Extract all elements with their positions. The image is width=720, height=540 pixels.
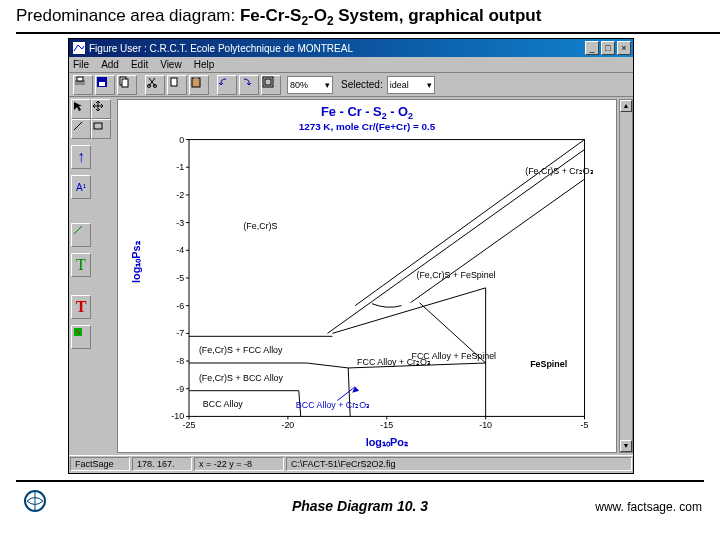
svg-line-66 <box>337 387 355 401</box>
copy-button[interactable] <box>117 75 137 95</box>
palette-rect[interactable] <box>91 119 111 139</box>
svg-text:-5: -5 <box>581 420 589 430</box>
svg-rect-4 <box>99 82 105 86</box>
palette-a1[interactable]: A¹ <box>71 175 91 199</box>
svg-text:FeSpinel: FeSpinel <box>530 359 567 369</box>
svg-rect-6 <box>122 79 128 87</box>
ideal-select[interactable]: ideal▾ <box>387 76 435 94</box>
svg-line-53 <box>327 149 584 333</box>
svg-text:-8: -8 <box>176 356 184 366</box>
svg-text:-6: -6 <box>176 301 184 311</box>
work-area: ↑ A¹ T T Fe - Cr - S2 - O2 1273 K, mole … <box>69 97 633 455</box>
svg-line-16 <box>74 226 82 234</box>
menu-file[interactable]: File <box>73 59 89 70</box>
svg-text:BCC Alloy + Cr₂O₃: BCC Alloy + Cr₂O₃ <box>296 400 370 410</box>
svg-line-54 <box>355 140 584 306</box>
palette: ↑ A¹ T T <box>71 99 113 349</box>
svg-line-61 <box>307 363 349 368</box>
minimize-button[interactable]: _ <box>585 41 599 55</box>
palette-shape[interactable] <box>71 325 91 349</box>
svg-rect-9 <box>171 78 177 86</box>
svg-text:-9: -9 <box>176 384 184 394</box>
palette-select[interactable] <box>71 99 91 119</box>
svg-text:-15: -15 <box>380 420 393 430</box>
svg-text:log₁₀Ps₂: log₁₀Ps₂ <box>130 241 142 283</box>
palette-move[interactable] <box>91 99 111 119</box>
svg-text:-5: -5 <box>176 273 184 283</box>
status-bar: FactSage 178. 167. x = -22 y = -8 C:\FAC… <box>69 455 633 473</box>
svg-text:(Fe,Cr)S + FeSpinel: (Fe,Cr)S + FeSpinel <box>416 270 495 280</box>
zoom-select[interactable]: 80%▾ <box>287 76 333 94</box>
svg-text:1273 K,  mole Cr/(Fe+Cr) = 0.5: 1273 K, mole Cr/(Fe+Cr) = 0.5 <box>299 121 436 132</box>
maximize-button[interactable]: □ <box>601 41 615 55</box>
status-path: C:\FACT-51\FeCrS2O2.fig <box>286 457 632 471</box>
palette-line[interactable] <box>71 119 91 139</box>
canvas[interactable]: Fe - Cr - S2 - O2 1273 K, mole Cr/(Fe+Cr… <box>117 99 617 453</box>
svg-rect-10 <box>192 78 200 87</box>
palette-text-green[interactable]: T <box>71 253 91 277</box>
svg-text:-25: -25 <box>183 420 196 430</box>
save-button[interactable] <box>95 75 115 95</box>
title-bar[interactable]: Figure User : C.R.C.T. Ecole Polytechniq… <box>69 39 633 57</box>
svg-line-55 <box>411 179 585 303</box>
svg-text:log₁₀Po₂: log₁₀Po₂ <box>366 436 408 448</box>
svg-text:-3: -3 <box>176 218 184 228</box>
svg-rect-13 <box>265 79 271 85</box>
status-coords1: 178. 167. <box>132 457 192 471</box>
palette-text-red[interactable]: T <box>71 295 91 319</box>
svg-text:0: 0 <box>179 135 184 145</box>
app-icon <box>72 41 86 55</box>
app-window: Figure User : C.R.C.T. Ecole Polytechniq… <box>68 38 634 474</box>
undo-button[interactable] <box>217 75 237 95</box>
svg-text:-4: -4 <box>176 245 184 255</box>
svg-text:-7: -7 <box>176 328 184 338</box>
copy2-button[interactable] <box>167 75 187 95</box>
close-button[interactable]: × <box>617 41 631 55</box>
palette-line2[interactable] <box>71 223 91 247</box>
svg-text:-10: -10 <box>479 420 492 430</box>
footer-url: www. factsage. com <box>595 500 702 514</box>
palette-arrow-up[interactable]: ↑ <box>71 145 91 169</box>
svg-text:-20: -20 <box>281 420 294 430</box>
frame-button[interactable] <box>261 75 281 95</box>
paste-button[interactable] <box>189 75 209 95</box>
svg-line-57 <box>332 288 485 333</box>
slide-title: Predominance area diagram: Fe-Cr-S2-O2 S… <box>16 6 720 34</box>
scroll-down-button[interactable]: ▼ <box>620 440 632 452</box>
cut-button[interactable] <box>145 75 165 95</box>
scroll-up-button[interactable]: ▲ <box>620 100 632 112</box>
svg-rect-2 <box>77 77 83 81</box>
status-xy: x = -22 y = -8 <box>194 457 284 471</box>
svg-line-14 <box>74 122 82 130</box>
redo-button[interactable] <box>239 75 259 95</box>
svg-text:-2: -2 <box>176 190 184 200</box>
menu-view[interactable]: View <box>160 59 182 70</box>
toolbar: 80%▾ Selected: ideal▾ <box>69 73 633 97</box>
svg-rect-15 <box>94 123 102 129</box>
vertical-scrollbar[interactable]: ▲ ▼ <box>619 99 633 453</box>
svg-text:(Fe,Cr)S + BCC Alloy: (Fe,Cr)S + BCC Alloy <box>199 373 284 383</box>
menu-add[interactable]: Add <box>101 59 119 70</box>
status-app: FactSage <box>70 457 130 471</box>
footer-divider <box>16 480 704 482</box>
svg-text:-1: -1 <box>176 162 184 172</box>
svg-text:(Fe,Cr)S + FCC Alloy: (Fe,Cr)S + FCC Alloy <box>199 345 283 355</box>
svg-text:(Fe,Cr)S: (Fe,Cr)S <box>243 221 277 231</box>
svg-rect-11 <box>194 77 198 79</box>
menu-edit[interactable]: Edit <box>131 59 148 70</box>
svg-text:(Fe,Cr)S + Cr₂O₃: (Fe,Cr)S + Cr₂O₃ <box>525 166 593 176</box>
svg-text:FCC Alloy + Cr₂O₃: FCC Alloy + Cr₂O₃ <box>357 357 431 367</box>
svg-text:BCC Alloy: BCC Alloy <box>203 399 244 409</box>
menu-help[interactable]: Help <box>194 59 215 70</box>
window-title-text: Figure User : C.R.C.T. Ecole Polytechniq… <box>89 43 583 54</box>
menu-bar: File Add Edit View Help <box>69 57 633 73</box>
print-button[interactable] <box>73 75 93 95</box>
selected-label: Selected: <box>341 79 383 90</box>
svg-text:Fe - Cr - S2 - O2: Fe - Cr - S2 - O2 <box>321 104 413 121</box>
